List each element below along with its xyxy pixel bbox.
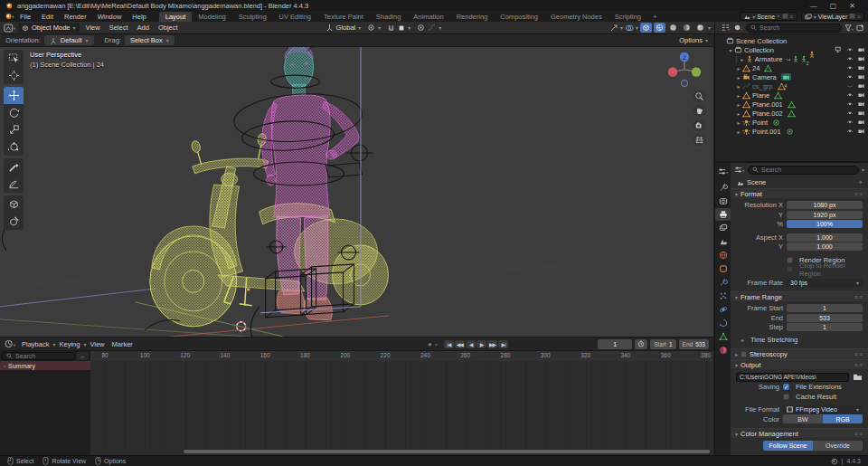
delete-scene-icon[interactable]: × [790,14,794,20]
expand-toggle-icon[interactable]: ▸ [735,128,742,135]
tab-layout[interactable]: Layout [159,12,193,22]
folder-icon[interactable] [853,373,863,381]
menu-render[interactable]: Render [59,13,92,21]
tab-animation[interactable]: Animation [407,12,449,22]
object-name[interactable]: Plane.001 [752,100,783,109]
tab-sculpting[interactable]: Sculpting [232,12,273,22]
next-keyframe-button[interactable]: ▶▶ [487,340,497,348]
output-path-field[interactable]: C:\Users\GONG APE\Videos\ [736,373,849,382]
expand-toggle-icon[interactable]: ▸ [735,101,742,108]
zoom-icon[interactable] [693,90,706,102]
menu-help[interactable]: Help [127,13,151,21]
summary-channel[interactable]: ›Summary [0,361,90,370]
tool-icon[interactable] [715,181,731,194]
new-collection-icon[interactable] [856,24,864,32]
object-name[interactable]: Collection [744,46,774,54]
eye-open-icon[interactable] [845,92,854,99]
filter-toggle-icon[interactable]: ↔ [77,352,89,360]
output-panel-header[interactable]: ▾Output≡≡ [731,359,868,369]
resolution-percent-field[interactable]: 100% [787,220,863,228]
camera-restrict-icon[interactable] [857,128,865,135]
expand-toggle-icon[interactable]: ▸ [735,92,742,99]
eye-closed-icon[interactable] [845,83,854,90]
camera-restrict-icon[interactable] [857,119,865,126]
aspect-x-field[interactable]: 1.000 [787,233,863,242]
frame-start-field[interactable]: Start1 [650,339,675,349]
object-name[interactable]: Camera [752,73,777,81]
expand-toggle-icon[interactable]: ▸ [735,110,742,117]
resolution-y-field[interactable]: 1920 px [787,211,863,219]
eye-open-icon[interactable] [845,128,854,135]
object-name[interactable]: Point.001 [752,128,781,136]
delete-layer-icon[interactable]: × [857,14,861,20]
jump-to-start-button[interactable]: |◀ [444,340,454,348]
expand-toggle-icon[interactable]: ▸ [735,74,742,81]
render-icon[interactable] [715,195,731,207]
file-extensions-checkbox[interactable]: ✓ [783,384,789,390]
measure-tool[interactable] [4,176,24,193]
frame-rate-dropdown[interactable]: 30 fps▾ [787,279,863,288]
camera-restrict-icon[interactable] [857,55,865,62]
perspective-icon[interactable] [693,134,706,146]
timeline-tracks[interactable]: 8010012014016018020022024026028030032034… [0,351,713,456]
camera-view-icon[interactable] [693,119,706,131]
select-box-tool[interactable] [4,50,24,67]
outliner-row-plane[interactable]: ▸Plane [715,90,868,100]
eye-open-icon[interactable] [845,56,854,62]
shading-rendered-icon[interactable] [694,23,706,33]
pin-icon[interactable]: ⌖ [858,178,863,187]
object-name[interactable]: Armature [755,55,783,63]
jump-to-end-button[interactable]: ▶| [498,340,508,348]
transform-orientation-dropdown[interactable]: Global [336,24,356,32]
constraints-icon[interactable] [715,317,731,329]
outliner-row-point-001[interactable]: ▸Point.001 [715,127,868,136]
chevron-down-icon[interactable]: ▾ [862,166,864,173]
snap-target-icon[interactable] [398,24,405,32]
editor-type-icon[interactable]: ▾ [4,24,16,33]
timeline-menu-marker[interactable]: Marker [108,340,137,348]
tab-modeling[interactable]: Modeling [192,12,231,22]
play-button[interactable]: ▶ [476,340,486,348]
viewport-menu-select[interactable]: Select [105,24,133,32]
object-icon[interactable] [715,262,731,275]
frame-end-field[interactable]: 533 [787,314,863,322]
scene-selector[interactable]: ▾ Scene ⌖ ▤ × [740,12,797,21]
outliner-row-camera[interactable]: ▸Camera [715,72,868,81]
camera-restrict-icon[interactable] [857,109,865,117]
tab-shading[interactable]: Shading [370,12,408,22]
mode-dropdown[interactable]: Object Mode ▾ [18,23,80,33]
filter-funnel-icon[interactable]: ▾ [844,24,854,32]
viewport-menu-add[interactable]: Add [133,24,154,32]
expand-toggle-icon[interactable]: ▾ [727,47,734,53]
physics-icon[interactable] [715,303,731,316]
timeline-menu-view[interactable]: View [86,340,108,348]
eye-open-icon[interactable] [845,101,854,108]
move-tool[interactable] [4,87,24,104]
viewport-menu-object[interactable]: Object [154,24,183,32]
filter-objects-icon[interactable]: ▾ [733,24,743,32]
menu-edit[interactable]: Edit [36,13,59,21]
outliner-row-point[interactable]: ▸Point [715,118,868,127]
close-button[interactable]: ✕ [849,2,855,10]
tab-uv-editing[interactable]: UV Editing [273,12,317,22]
play-reverse-button[interactable]: ◀ [466,340,476,348]
object-name[interactable]: Plane.002 [752,109,783,118]
show-overlays-icon[interactable] [625,24,634,33]
expand-toggle-icon[interactable]: ▸ [735,65,742,71]
timeline-menu-playback[interactable]: Playback [18,340,52,348]
outliner-row-plane-002[interactable]: ▸Plane.002 [715,109,868,118]
tab-geometry-nodes[interactable]: Geometry Nodes [544,12,609,22]
navigation-gizmo[interactable]: Z [665,51,704,90]
frame-step-field[interactable]: 1 [787,323,863,331]
viewport-menu-view[interactable]: View [81,24,105,32]
camera-restrict-icon[interactable] [857,100,865,108]
snap-magnet-icon[interactable] [387,24,395,32]
object-origin-dot[interactable] [246,288,250,291]
frame-start-field[interactable]: 1 [787,304,863,312]
falloff-icon[interactable] [428,24,436,32]
use-preview-range-icon[interactable] [635,339,647,349]
timeline-scrollbar[interactable] [184,450,710,453]
camera-restrict-icon[interactable] [857,82,865,90]
breadcrumb[interactable]: Scene [747,178,766,186]
tab-compositing[interactable]: Compositing [494,12,544,22]
